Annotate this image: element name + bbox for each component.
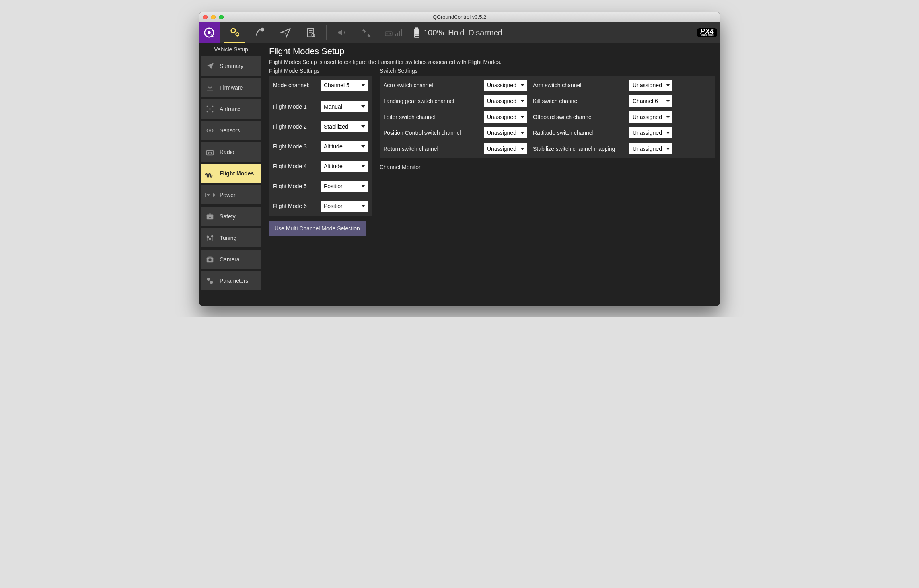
svg-rect-6 xyxy=(385,32,392,36)
sidebar-item-label: Parameters xyxy=(220,278,248,284)
window-title: QGroundControl v3.5.2 xyxy=(199,14,720,20)
svg-rect-31 xyxy=(209,214,211,215)
channel-monitor-label: Channel Monitor xyxy=(380,164,715,170)
return-switch-label: Return switch channel xyxy=(384,146,479,152)
px4-brand-badge: PX4 autopilot xyxy=(697,28,717,37)
setup-gears-icon[interactable] xyxy=(224,22,245,43)
radio-icon xyxy=(204,146,216,158)
svg-point-1 xyxy=(208,31,211,34)
sidebar-item-safety[interactable]: Safety xyxy=(201,207,261,226)
svg-rect-15 xyxy=(415,30,418,31)
sidebar-item-radio[interactable]: Radio xyxy=(201,142,261,162)
flight-mode-3-dropdown[interactable]: Altitude xyxy=(321,141,368,152)
acro-switch-label: Acro switch channel xyxy=(384,82,479,88)
position-control-switch-dropdown[interactable]: Unassigned xyxy=(484,127,527,138)
chevron-down-icon xyxy=(361,125,365,128)
chevron-down-icon xyxy=(361,84,365,86)
svg-rect-17 xyxy=(415,33,418,34)
sidebar-item-label: Power xyxy=(220,192,236,198)
toolbar-separator xyxy=(326,25,327,40)
megaphone-icon[interactable] xyxy=(331,22,352,43)
page-description: Flight Modes Setup is used to configure … xyxy=(269,59,715,65)
offboard-switch-dropdown[interactable]: Unassigned xyxy=(629,111,672,123)
flight-modes-icon xyxy=(204,168,216,179)
landing-gear-switch-label: Landing gear switch channel xyxy=(384,98,479,104)
sidebar-item-sensors[interactable]: Sensors xyxy=(201,121,261,140)
sidebar: Vehicle Setup Summary Firmware Airframe … xyxy=(199,43,263,306)
sidebar-item-label: Safety xyxy=(220,213,236,220)
sidebar-item-power[interactable]: Power xyxy=(201,185,261,204)
svg-point-34 xyxy=(212,236,213,237)
flight-mode-6-label: Flight Mode 6 xyxy=(273,203,307,209)
satellite-icon[interactable] xyxy=(357,22,378,43)
rc-signal-icon xyxy=(382,22,406,43)
flight-mode-4-label: Flight Mode 4 xyxy=(273,163,307,169)
svg-point-33 xyxy=(209,238,211,240)
battery-percent: 100% xyxy=(424,28,444,37)
kill-switch-dropdown[interactable]: Channel 6 xyxy=(629,95,672,107)
sidebar-item-label: Radio xyxy=(220,149,234,155)
svg-rect-4 xyxy=(308,29,314,37)
battery-icon xyxy=(204,189,216,201)
flight-mode-3-label: Flight Mode 3 xyxy=(273,143,307,150)
landing-gear-switch-dropdown[interactable]: Unassigned xyxy=(484,95,527,107)
svg-rect-9 xyxy=(395,34,396,36)
sidebar-item-summary[interactable]: Summary xyxy=(201,56,261,76)
flight-mode-4-dropdown[interactable]: Altitude xyxy=(321,161,368,172)
flight-mode-6-dropdown[interactable]: Position xyxy=(321,201,368,212)
chevron-down-icon xyxy=(361,205,365,207)
camera-icon xyxy=(204,254,216,265)
main-content: Flight Modes Setup Flight Modes Setup is… xyxy=(263,43,720,306)
svg-point-19 xyxy=(207,106,208,107)
sidebar-item-parameters[interactable]: Parameters xyxy=(201,271,261,290)
paper-plane-icon xyxy=(204,60,216,72)
svg-point-32 xyxy=(207,236,209,238)
sidebar-item-airframe[interactable]: Airframe xyxy=(201,99,261,119)
chevron-down-icon xyxy=(666,148,670,150)
return-switch-dropdown[interactable]: Unassigned xyxy=(484,143,527,154)
flight-mode-2-dropdown[interactable]: Stabilized xyxy=(321,121,368,132)
chevron-down-icon xyxy=(666,100,670,102)
sidebar-item-camera[interactable]: Camera xyxy=(201,250,261,269)
sidebar-item-label: Camera xyxy=(220,256,239,263)
acro-switch-dropdown[interactable]: Unassigned xyxy=(484,80,527,91)
chevron-down-icon xyxy=(520,116,524,118)
sensors-icon xyxy=(204,125,216,136)
sidebar-item-flight-modes[interactable]: Flight Modes xyxy=(201,164,261,183)
chevron-down-icon xyxy=(666,116,670,118)
download-icon xyxy=(204,82,216,93)
rattitude-switch-dropdown[interactable]: Unassigned xyxy=(629,127,672,138)
fly-icon[interactable] xyxy=(275,22,296,43)
flight-mode-1-label: Flight Mode 1 xyxy=(273,103,307,110)
stabilize-switch-dropdown[interactable]: Unassigned xyxy=(629,143,672,154)
loiter-switch-label: Loiter switch channel xyxy=(384,114,479,120)
qgc-logo-button[interactable] xyxy=(199,22,220,43)
top-toolbar: B 100% Hold Disarmed xyxy=(199,22,720,43)
waypoint-icon[interactable]: B xyxy=(250,22,271,43)
svg-point-7 xyxy=(387,33,388,35)
arm-switch-dropdown[interactable]: Unassigned xyxy=(629,80,672,91)
svg-point-23 xyxy=(209,108,211,110)
flight-status: Hold xyxy=(448,28,464,37)
analyze-icon[interactable] xyxy=(301,22,321,43)
battery-icon xyxy=(413,27,420,38)
mode-channel-label: Mode channel: xyxy=(273,82,310,88)
svg-point-20 xyxy=(212,106,214,107)
loiter-switch-dropdown[interactable]: Unassigned xyxy=(484,111,527,123)
chevron-down-icon xyxy=(361,185,365,187)
sidebar-item-tuning[interactable]: Tuning xyxy=(201,228,261,247)
flight-mode-5-dropdown[interactable]: Position xyxy=(321,181,368,192)
flight-mode-2-label: Flight Mode 2 xyxy=(273,123,307,130)
mode-channel-dropdown[interactable]: Channel 5 xyxy=(321,80,368,91)
sidebar-item-label: Firmware xyxy=(220,84,243,91)
chevron-down-icon xyxy=(361,145,365,148)
flight-mode-1-dropdown[interactable]: Manual xyxy=(321,101,368,112)
position-control-switch-label: Position Control switch channel xyxy=(384,130,479,136)
chevron-down-icon xyxy=(520,100,524,102)
airframe-icon xyxy=(204,103,216,115)
titlebar: QGroundControl v3.5.2 xyxy=(199,12,720,22)
sidebar-item-firmware[interactable]: Firmware xyxy=(201,78,261,97)
svg-point-38 xyxy=(207,278,210,281)
multi-channel-mode-button[interactable]: Use Multi Channel Mode Selection xyxy=(269,221,366,236)
svg-text:B: B xyxy=(261,28,263,31)
